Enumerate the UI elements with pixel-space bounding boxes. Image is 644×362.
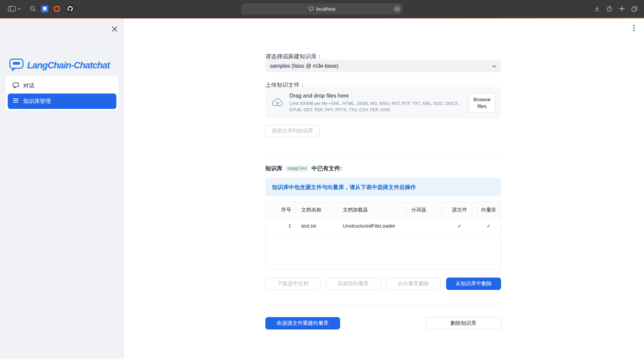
cell-vector-check: ✓ xyxy=(477,218,500,233)
site-favicon-icon xyxy=(309,6,314,11)
address-url: localhost xyxy=(316,6,335,12)
main-content: 请选择或新建知识库： samples (faiss @ m3e-base) 上传… xyxy=(124,18,644,361)
cell-index: 1 xyxy=(266,218,296,233)
logo-bubble-icon xyxy=(9,58,24,73)
tab-overview-icon[interactable] xyxy=(630,0,639,17)
add-files-button[interactable]: 添加文件到知识库 xyxy=(265,125,320,137)
files-table: 序号 文档名称 文档加载器 分词器 源文件 向量库 1 test.txt Uns… xyxy=(265,202,501,269)
add-to-vector-button[interactable]: 添加至向量库 xyxy=(326,278,381,290)
kb-footer-actions: 依据源文件重建向量库 删除知识库 xyxy=(265,317,501,329)
cloud-upload-icon xyxy=(271,97,284,109)
dropzone-texts: Drag and drop files here Limit 200MB per… xyxy=(289,93,469,113)
chevron-down-icon[interactable] xyxy=(17,0,21,17)
divider xyxy=(265,155,501,156)
content-column: 请选择或新建知识库： samples (faiss @ m3e-base) 上传… xyxy=(265,18,501,361)
app-logo: LangChain-Chatchat xyxy=(9,58,110,73)
file-actions: 下载选中文档 添加至向量库 从向量库删除 从知识库中删除 xyxy=(265,278,501,290)
sidebar-close-icon[interactable] xyxy=(111,25,118,33)
sidebar-nav: 对话 知识库管理 xyxy=(6,76,118,111)
kb-name-code: samples xyxy=(285,165,309,172)
sidebar: LangChain-Chatchat 对话 知识库管理 xyxy=(0,18,124,359)
kb-select-label: 请选择或新建知识库： xyxy=(265,53,322,60)
share-icon[interactable] xyxy=(605,0,614,17)
cell-tokenizer xyxy=(406,218,442,233)
info-text: 知识库中包含源文件与向量库，请从下表中选择文件后操作 xyxy=(272,184,416,191)
col-header-source: 源文件 xyxy=(442,202,477,218)
sidebar-item-knowledge-base[interactable]: 知识库管理 xyxy=(8,94,116,109)
sidebar-item-dialogue[interactable]: 对话 xyxy=(8,78,116,94)
kb-select[interactable]: samples (faiss @ m3e-base) xyxy=(265,60,501,72)
new-tab-icon[interactable] xyxy=(618,0,626,17)
table-header-row: 序号 文档名称 文档加载器 分词器 源文件 向量库 xyxy=(266,202,501,218)
col-header-loader: 文档加载器 xyxy=(337,202,406,218)
github-icon[interactable] xyxy=(66,0,74,17)
delete-kb-button[interactable]: 删除知识库 xyxy=(426,317,501,329)
col-header-tokenizer: 分词器 xyxy=(406,202,442,218)
browse-files-button[interactable]: Browse files xyxy=(469,93,495,113)
info-banner: 知识库中包含源文件与向量库，请从下表中选择文件后操作 xyxy=(265,178,501,196)
divider xyxy=(265,305,501,306)
kb-select-value: samples (faiss @ m3e-base) xyxy=(270,63,338,69)
dropzone-limit: Limit 200MB per file • EML, HTML, JSON, … xyxy=(289,101,469,113)
files-heading: 知识库 samples 中已有文件: xyxy=(265,165,342,172)
col-header-vector: 向量库 xyxy=(477,202,500,218)
dropzone-title: Drag and drop files here xyxy=(289,93,469,99)
extensions-menu-icon[interactable]: ⋯ xyxy=(394,6,400,12)
sidebar-item-label: 知识库管理 xyxy=(23,98,51,105)
download-selected-button[interactable]: 下载选中文档 xyxy=(265,278,320,290)
sidebar-toggle-icon[interactable] xyxy=(7,0,17,17)
col-header-name: 文档名称 xyxy=(296,202,337,218)
cell-name: test.txt xyxy=(296,218,337,233)
col-header-index: 序号 xyxy=(266,202,296,218)
main-menu-icon[interactable] xyxy=(630,23,638,33)
cell-source-check: ✓ xyxy=(442,218,477,233)
remove-from-vector-button[interactable]: 从向量库删除 xyxy=(386,278,441,290)
knowledge-base-icon xyxy=(12,97,19,105)
app-title: LangChain-Chatchat xyxy=(27,60,110,71)
chevron-down-icon xyxy=(492,63,496,69)
table-row[interactable]: 1 test.txt UnstructuredFileLoader ✓ ✓ xyxy=(266,218,501,234)
extension-icon-blue[interactable] xyxy=(41,0,49,17)
files-heading-prefix: 知识库 xyxy=(265,165,282,172)
app-page: LangChain-Chatchat 对话 知识库管理 xyxy=(0,18,644,362)
delete-from-kb-button[interactable]: 从知识库中删除 xyxy=(446,278,501,290)
extension-icon-orange[interactable] xyxy=(53,0,61,17)
rebuild-vector-store-button[interactable]: 依据源文件重建向量库 xyxy=(265,317,340,329)
sidebar-item-label: 对话 xyxy=(23,82,34,89)
chat-bubble-icon xyxy=(12,82,19,90)
download-icon[interactable] xyxy=(593,0,601,17)
file-dropzone[interactable]: Drag and drop files here Limit 200MB per… xyxy=(265,87,501,119)
cell-loader: UnstructuredFileLoader xyxy=(337,218,406,233)
address-bar[interactable]: localhost ⋯ xyxy=(241,3,403,14)
files-heading-suffix: 中已有文件: xyxy=(312,165,342,172)
search-icon[interactable] xyxy=(29,0,37,17)
browser-toolbar: localhost ⋯ xyxy=(0,0,644,17)
